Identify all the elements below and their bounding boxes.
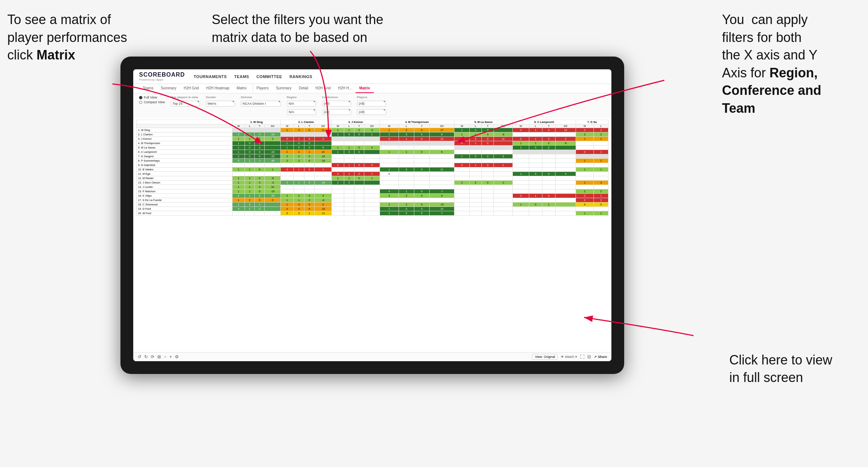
tab-h2h-grid[interactable]: H2H Grid [180,84,203,93]
dif-cell [265,211,281,216]
t-cell: 0 [304,198,315,202]
tab-summary[interactable]: Summary [157,84,180,93]
w-cell [454,202,470,207]
full-view-radio[interactable]: Full View [139,96,165,99]
l-cell [469,189,481,194]
tab-summary2[interactable]: Summary [272,84,295,93]
w-cell: 1 [380,150,399,154]
w-cell: 1 [233,146,245,150]
w-cell [332,207,344,211]
t-cell: 0 [542,194,555,198]
w-cell [281,189,294,194]
max-players-select-wrapper: Top 25 [171,100,200,107]
refresh-icon[interactable]: ⟳ [151,354,154,359]
tab-players[interactable]: Players [253,84,272,93]
dif-cell [265,146,281,150]
l-cell [399,181,414,185]
t-cell: 0 [414,167,429,172]
table-row: 9. N Gabrelcik01090101 [137,163,608,167]
table-row: 10. B Valdes110101011001111 [137,167,608,172]
dif-cell [494,176,513,181]
w-cell [576,163,594,167]
nav-teams[interactable]: TEAMS [234,73,249,80]
dif-cell: 1 [364,132,380,137]
minus-icon[interactable]: − [164,354,166,359]
fullscreen-icon[interactable]: ⛶ [580,354,584,359]
w-cell: 0 [454,137,470,141]
max-players-select[interactable]: Top 25 [171,101,200,107]
col-header-6: 6. C Lamprecht [512,120,576,124]
w-cell [281,163,294,167]
l-cell: 1 [245,176,254,181]
toolbar-right: View: Original 👁 Watch ▾ ⛶ ⊟ ↗ Share [532,354,607,360]
dif-cell: 10 [265,185,281,189]
l-cell: 0 [344,150,354,154]
division-select[interactable]: NCAA Division I [241,101,281,107]
l-cell: 2 [594,189,608,194]
dif-cell [265,207,281,211]
toolbar-left: ↺ ↻ ⟳ ⊞ − + ⚙ [138,354,179,359]
t-cell [542,163,555,167]
region-select2[interactable]: N/A [287,109,316,115]
share-btn[interactable]: ↗ Share [594,355,607,359]
compact-view-radio[interactable]: Compact View [139,100,165,104]
player-name-cell: 3. J Koivun [137,137,233,141]
dif-cell: 6 [315,146,332,150]
app-logo: SCOREBOARD Powered by clippd [139,72,185,81]
w-cell [576,207,594,211]
w-cell [512,159,529,163]
players-select2[interactable]: (All) [357,109,386,115]
watch-btn[interactable]: 👁 Watch ▾ [561,355,577,359]
view-original-btn[interactable]: View: Original [532,354,557,360]
l-cell: 2 [245,198,254,202]
l-cell: 2 [594,132,608,137]
dif-cell: 4 [364,146,380,150]
l-cell: 0 [294,141,304,146]
t-cell [255,172,265,176]
w-cell: 2 [281,154,294,159]
t-cell: 0 [354,172,364,176]
conference-select2[interactable]: (All) [322,109,351,115]
w-cell: 1 [233,185,245,189]
l-cell: 1 [245,167,254,172]
layout-icon[interactable]: ⊟ [587,354,591,359]
w-cell: 1 [233,189,245,194]
tab-h2h-h[interactable]: H2H H... [334,84,356,93]
region-select[interactable]: N/A [287,101,316,107]
col-header-7: 7. G Sa [576,120,608,124]
w-cell [281,172,294,176]
tab-detail[interactable]: Detail [295,84,312,93]
nav-rankings[interactable]: RANKINGS [289,73,312,80]
l-cell [469,202,481,207]
tab-matrix-active[interactable]: Matrix [356,84,373,93]
tab-h2h-grid2[interactable]: H2H Grid [312,84,334,93]
w-cell: 1 [380,132,399,137]
t-cell: 0 [414,150,429,154]
settings-icon[interactable]: ⚙ [175,354,179,359]
w-cell: 0 [332,163,344,167]
grid-icon[interactable]: ⊞ [157,354,161,359]
dif-cell [555,198,576,202]
t-cell: 0 [255,185,265,189]
conference-select[interactable]: (All) [322,101,351,107]
gender-select[interactable]: Men's [206,101,235,107]
empty-corner [137,120,233,124]
dif-cell [494,207,513,211]
tab-teams[interactable]: Teams [139,84,157,93]
diagonal-cell [576,154,608,159]
players-select[interactable]: (All) [357,101,386,107]
dif-cell: -16 [265,150,281,154]
table-row: 13. J Skov Olesen110-3210-1910220-113 [137,181,608,185]
w-cell [332,159,344,163]
undo-icon[interactable]: ↺ [138,354,141,359]
full-view-dot [139,96,142,99]
nav-committee[interactable]: COMMITTEE [256,73,282,80]
player-name-cell: 2. L Clanton [137,132,233,137]
tab-matrix-first[interactable]: Matrix [233,84,250,93]
tab-h2h-heatmap[interactable]: H2H Heatmap [203,84,233,93]
redo-icon[interactable]: ↻ [144,354,148,359]
dif-cell [494,185,513,189]
nav-tournaments[interactable]: TOURNAMENTS [194,73,227,80]
dif-cell: -1 [494,181,513,185]
plus-icon[interactable]: + [169,354,172,359]
